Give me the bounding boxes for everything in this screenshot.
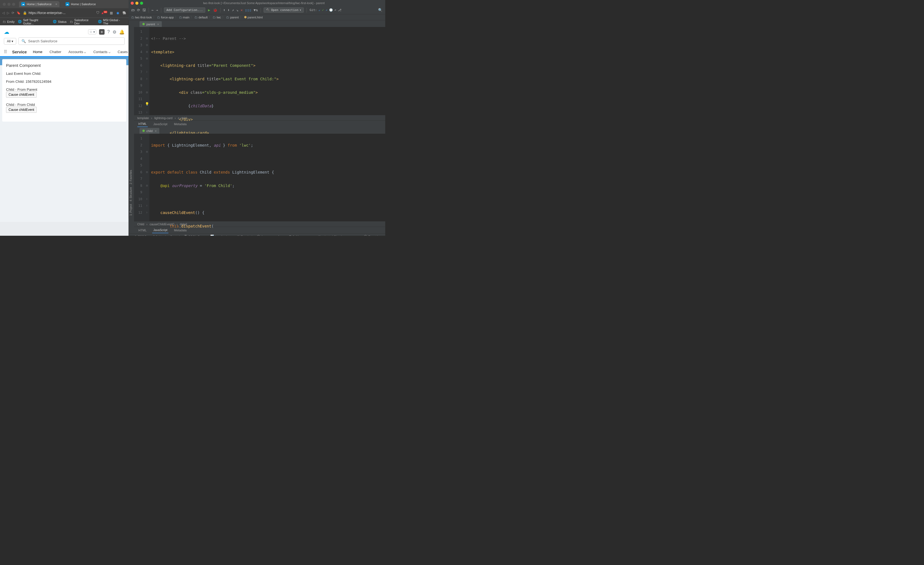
breadcrumb-item[interactable]: 🗀parent	[226, 16, 238, 19]
traffic-close-icon[interactable]	[3, 3, 6, 6]
bookmark-item[interactable]: 🌐Self Taught Guitar...	[18, 18, 50, 25]
shield-icon[interactable]: ⛉	[96, 11, 100, 15]
browser-tab-2[interactable]: ☁ Home | Salesforce	[63, 1, 98, 7]
back-icon[interactable]: ◁	[2, 11, 4, 15]
ext-icon[interactable]: 🐘	[123, 11, 126, 15]
browser-titlebar: ☁ Home | Salesforce × ☁ Home | Salesforc…	[0, 0, 129, 8]
search-icon: 🔍	[21, 39, 26, 43]
forward-icon[interactable]: →	[156, 8, 158, 12]
side-tab-structure[interactable]: 4: Structure	[129, 187, 134, 201]
connection-dropdown[interactable]: 🔌Open connection ▾	[264, 7, 304, 13]
breadcrumb-item[interactable]: 🗀lwc	[213, 16, 221, 19]
ext-icon[interactable]: ▲10	[103, 11, 106, 15]
search-icon[interactable]: 🔍	[378, 8, 382, 12]
reload-icon[interactable]: ⟳	[137, 8, 140, 12]
run-icon[interactable]: ▶	[208, 8, 210, 12]
tool-todo[interactable]: ≡ 6: TODO	[132, 235, 147, 236]
bookmark-item[interactable]: 🌐MSI Global - The	[98, 18, 126, 25]
git-revert-icon[interactable]: ↶	[334, 8, 336, 12]
folder-icon: 🗀	[226, 16, 229, 19]
browser-tab-1[interactable]: ☁ Home | Salesforce ×	[19, 1, 59, 7]
back-icon[interactable]: ←	[152, 8, 154, 12]
subtab-html[interactable]: HTML	[137, 121, 148, 127]
salesforce-page: ☁ ☆ ▾ ＋ ? ⚙ 🔔 All ▾ 🔍Search Salesforce ⠿…	[0, 25, 129, 222]
run-config-dropdown[interactable]: Add Configuration...	[164, 7, 205, 13]
path-item[interactable]: Child	[137, 223, 144, 226]
traffic-min-icon[interactable]	[135, 1, 138, 4]
traffic-max-icon[interactable]	[140, 1, 143, 4]
editor-child[interactable]: 123456789101112 ⊟⊟⊟⊦⊦⊦ import { Lightnin…	[134, 134, 385, 221]
editor-parent[interactable]: 💡 12345678910111213 ⊟⊟⊟⊟⊦⊦⊟⊦ <!-- Parent…	[134, 27, 385, 115]
traffic-min-icon[interactable]	[8, 3, 10, 6]
bookmark-item[interactable]: 🗀Salesforce Dev	[70, 18, 94, 25]
deploy-icon[interactable]: ⬆	[223, 8, 225, 12]
tool-messages[interactable]: ≣ 0: Messages	[289, 235, 309, 236]
tool-eventlog[interactable]: ◯ Event Log	[364, 235, 382, 236]
git-commit-icon[interactable]: ✓	[322, 8, 324, 12]
star-button[interactable]: ☆ ▾	[88, 30, 96, 34]
search-input[interactable]: 🔍Search Salesforce	[18, 37, 124, 45]
globe-icon: 🌐	[53, 20, 57, 23]
breadcrumb-item[interactable]: 🗀default	[195, 16, 207, 19]
ext-icon[interactable]: ◉	[116, 11, 120, 15]
nav-contacts[interactable]: Contacts ⌵	[92, 48, 111, 56]
breadcrumb-item[interactable]: 🗀main	[179, 16, 190, 19]
child-section-2: Child - From Child Cause childEvent	[6, 103, 123, 113]
nav-accounts[interactable]: Accounts ⌵	[68, 48, 87, 56]
bookmark-item[interactable]: 🗀Emily	[3, 20, 15, 23]
bulb-icon[interactable]: 💡	[145, 102, 149, 106]
apps-icon[interactable]: ⠿	[4, 49, 7, 54]
help-icon[interactable]: ?	[107, 30, 110, 34]
traffic-max-icon[interactable]	[12, 3, 15, 6]
open-icon[interactable]: 🗁	[131, 8, 135, 12]
cause-event-button[interactable]: Cause childEvent	[6, 91, 37, 97]
forward-icon[interactable]: ▷	[7, 11, 9, 15]
arrow-icon[interactable]: ↘	[236, 8, 238, 12]
gear-icon[interactable]: ⚙	[112, 30, 116, 34]
plug-icon: 🔌	[266, 8, 270, 12]
notification-icon[interactable]: 🔔	[119, 30, 124, 34]
breadcrumb-file[interactable]: ⬢parent.html	[244, 15, 263, 19]
ext-icon[interactable]: ▦	[109, 11, 113, 15]
tool-ic[interactable]: ☁ Illuminated Cloud	[314, 235, 342, 236]
close-icon[interactable]: ×	[157, 22, 159, 26]
retrieve-icon[interactable]: ⬇	[228, 8, 230, 12]
git-push-icon[interactable]: ↗	[326, 8, 327, 12]
git-history-icon[interactable]: 🕘	[329, 8, 333, 12]
reload-icon[interactable]: ⟳	[12, 11, 14, 15]
bookmarks-bar: 🗀Emily 🌐Self Taught Guitar... 🌐Status 🗀S…	[0, 18, 129, 25]
salesforce-logo-icon[interactable]: ☁	[4, 28, 9, 35]
editor-tab-parent[interactable]: ⬢parent×	[140, 21, 162, 27]
app-name: Service	[12, 49, 27, 54]
save-icon[interactable]: 🖫	[142, 8, 146, 12]
side-tab-project[interactable]: 1: Project	[129, 204, 134, 216]
cause-event-button[interactable]: Cause childEvent	[6, 107, 37, 113]
close-icon[interactable]: ×	[55, 3, 57, 6]
breadcrumb-item[interactable]: 🗀force-app	[157, 16, 174, 19]
side-tab-favorites[interactable]: 2: Favorites	[129, 170, 134, 184]
search-filter[interactable]: All ▾	[4, 38, 16, 45]
bookmark-icon[interactable]: 🔖	[16, 11, 21, 15]
cancel-icon[interactable]: ✕	[240, 8, 243, 12]
folder-icon: 🗀	[70, 20, 73, 23]
nav-home[interactable]: Home	[32, 48, 44, 57]
nav-chatter[interactable]: Chatter	[48, 48, 63, 56]
ide-side-tabs: 1: Project 4: Structure 2: Favorites	[129, 20, 134, 219]
chevron-down-icon: ▾	[300, 8, 302, 12]
path-item[interactable]: template	[137, 116, 149, 120]
bars-icon[interactable]: ▯▯▯	[245, 8, 251, 12]
test-icon[interactable]: ▼⇅	[254, 8, 258, 12]
git-pull-icon[interactable]: ↙	[319, 8, 321, 12]
section-label: Child - From Parent	[6, 87, 123, 91]
traffic-close-icon[interactable]	[131, 1, 134, 4]
debug-icon[interactable]: 🐞	[213, 8, 218, 12]
sf-header: ☁ ☆ ▾ ＋ ? ⚙ 🔔	[0, 25, 129, 37]
git-branch-icon[interactable]: ⎇	[338, 8, 342, 12]
arrow-icon[interactable]: ↗	[232, 8, 234, 12]
breadcrumb-item[interactable]: 🗀lwc-first-look	[131, 16, 152, 19]
url-bar[interactable]: 🔒 https://force-enterprise-...	[23, 11, 94, 15]
bookmark-item[interactable]: 🌐Status	[53, 20, 67, 23]
subtab-html[interactable]: HTML	[137, 228, 148, 233]
add-button[interactable]: ＋	[99, 29, 105, 34]
lock-icon: 🔒	[23, 11, 27, 15]
